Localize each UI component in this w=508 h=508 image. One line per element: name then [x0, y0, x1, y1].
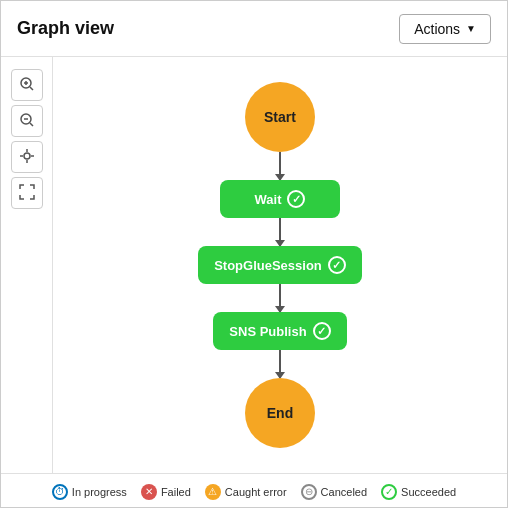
legend-succeeded: ✓ Succeeded — [381, 484, 456, 500]
svg-line-3 — [30, 87, 33, 90]
zoom-out-button[interactable] — [11, 105, 43, 137]
failed-icon: ✕ — [141, 484, 157, 500]
stop-glue-label: StopGlueSession — [214, 258, 322, 273]
end-node[interactable]: End — [245, 378, 315, 448]
zoom-out-icon — [19, 112, 35, 131]
arrow-2 — [279, 218, 281, 246]
succeeded-icon: ✓ — [381, 484, 397, 500]
arrow-4 — [279, 350, 281, 378]
failed-label: Failed — [161, 486, 191, 498]
canceled-label: Canceled — [321, 486, 367, 498]
toolbar — [1, 57, 53, 473]
actions-button[interactable]: Actions ▼ — [399, 14, 491, 44]
zoom-in-icon — [19, 76, 35, 95]
sns-publish-node[interactable]: SNS Publish ✓ — [213, 312, 346, 350]
arrow-3 — [279, 284, 281, 312]
fit-button[interactable] — [11, 177, 43, 209]
in-progress-label: In progress — [72, 486, 127, 498]
center-icon — [19, 148, 35, 167]
legend: ⏱ In progress ✕ Failed ⚠ Caught error ⊖ … — [1, 473, 507, 508]
zoom-in-button[interactable] — [11, 69, 43, 101]
actions-label: Actions — [414, 21, 460, 37]
arrow-1 — [279, 152, 281, 180]
caught-error-label: Caught error — [225, 486, 287, 498]
flow-graph: Start Wait ✓ StopGlueSession ✓ — [198, 82, 362, 448]
page-title: Graph view — [17, 18, 114, 39]
main-area: Start Wait ✓ StopGlueSession ✓ — [1, 57, 507, 473]
start-label: Start — [264, 109, 296, 125]
start-node[interactable]: Start — [245, 82, 315, 152]
legend-in-progress: ⏱ In progress — [52, 484, 127, 500]
wait-node[interactable]: Wait ✓ — [220, 180, 340, 218]
in-progress-icon: ⏱ — [52, 484, 68, 500]
header: Graph view Actions ▼ — [1, 1, 507, 57]
legend-failed: ✕ Failed — [141, 484, 191, 500]
app-container: Graph view Actions ▼ — [1, 1, 507, 508]
flow-canvas: Start Wait ✓ StopGlueSession ✓ — [53, 57, 507, 473]
svg-point-7 — [24, 153, 30, 159]
caught-error-icon: ⚠ — [205, 484, 221, 500]
svg-line-6 — [30, 123, 33, 126]
wait-label: Wait — [255, 192, 282, 207]
stop-glue-session-node[interactable]: StopGlueSession ✓ — [198, 246, 362, 284]
center-button[interactable] — [11, 141, 43, 173]
fit-icon — [19, 184, 35, 203]
end-label: End — [267, 405, 293, 421]
legend-canceled: ⊖ Canceled — [301, 484, 367, 500]
succeeded-label: Succeeded — [401, 486, 456, 498]
wait-check-icon: ✓ — [287, 190, 305, 208]
sns-publish-check-icon: ✓ — [313, 322, 331, 340]
chevron-down-icon: ▼ — [466, 23, 476, 34]
legend-caught-error: ⚠ Caught error — [205, 484, 287, 500]
canceled-icon: ⊖ — [301, 484, 317, 500]
sns-publish-label: SNS Publish — [229, 324, 306, 339]
stop-glue-check-icon: ✓ — [328, 256, 346, 274]
